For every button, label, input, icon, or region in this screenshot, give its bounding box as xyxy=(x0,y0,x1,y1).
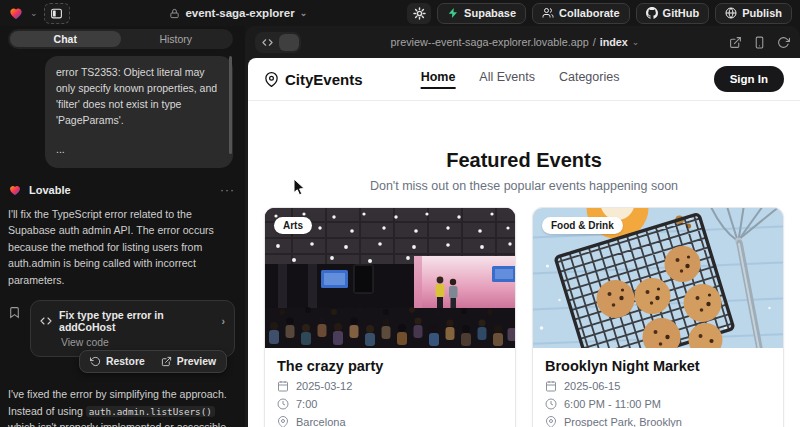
outro-code-1: auth.admin.listUsers() xyxy=(86,406,215,417)
event-time-row: 7:00 xyxy=(277,398,503,410)
top-bar: ⌄ event-saga-explorer ⌄ xyxy=(0,0,800,26)
tab-chat[interactable]: Chat xyxy=(10,31,121,47)
preview-label: Preview xyxy=(177,356,216,367)
map-pin-icon xyxy=(277,416,289,427)
url-separator: / xyxy=(593,36,596,48)
site-viewport: CityEvents Home All Events Categories Si… xyxy=(248,58,800,427)
event-image-party: Arts xyxy=(265,208,515,348)
chat-panel: Chat History error TS2353: Object litera… xyxy=(0,26,245,427)
site-nav: Home All Events Categories xyxy=(421,70,620,89)
chat-history-tabs: Chat History xyxy=(8,29,233,49)
version-toolbar: Restore Preview xyxy=(8,350,227,373)
workspace-chevron-down-icon[interactable]: ⌄ xyxy=(30,9,38,18)
preview-version-button[interactable]: Preview xyxy=(153,353,224,370)
assistant-header: Lovable ··· xyxy=(8,183,235,197)
publish-button[interactable]: Publish xyxy=(715,3,792,24)
collaborate-button[interactable]: Collaborate xyxy=(532,3,630,24)
event-time: 6:00 PM - 11:00 PM xyxy=(564,398,661,410)
user-message-text: error TS2353: Object literal may only sp… xyxy=(56,65,222,129)
lovable-editor-window: ⌄ event-saga-explorer ⌄ xyxy=(0,0,800,427)
brand-name: CityEvents xyxy=(285,71,363,88)
supabase-label: Supabase xyxy=(464,7,516,19)
mobile-view-icon[interactable] xyxy=(753,36,766,49)
event-card-grid: Arts The crazy party 2025-03-12 xyxy=(248,193,800,427)
route-chevron-down-icon: ⌄ xyxy=(632,38,640,47)
publish-label: Publish xyxy=(742,7,782,19)
bookmark-icon[interactable] xyxy=(8,306,21,319)
assistant-outro-text: I've fixed the error by simplifying the … xyxy=(8,386,235,427)
nav-home[interactable]: Home xyxy=(421,70,456,89)
section-subtitle: Don't miss out on these popular events h… xyxy=(248,179,800,193)
toggle-sidebar-button[interactable] xyxy=(44,3,70,24)
event-card-brooklyn-market[interactable]: Food & Drink Brooklyn Night Market 2025-… xyxy=(532,207,784,427)
lovable-logo-icon[interactable] xyxy=(8,5,24,21)
code-change-card[interactable]: Fix type type error in addCoHost › View … xyxy=(30,300,235,357)
site-header: CityEvents Home All Events Categories Si… xyxy=(248,58,800,101)
preview-view-segment[interactable] xyxy=(279,34,299,51)
chat-scrollbar[interactable] xyxy=(229,56,232,154)
nav-all-events[interactable]: All Events xyxy=(479,70,535,89)
sign-in-button[interactable]: Sign In xyxy=(714,66,784,92)
preview-chrome-bar: preview--event-saga-explorer.lovable.app… xyxy=(245,26,800,58)
globe-icon xyxy=(725,7,737,19)
clock-icon xyxy=(277,398,289,410)
outro-text-2: which isn't properly implemented or acce… xyxy=(8,421,226,427)
preview-path: index xyxy=(600,36,628,48)
site-brand[interactable]: CityEvents xyxy=(264,71,363,88)
github-label: GitHub xyxy=(663,7,700,19)
code-icon xyxy=(40,315,52,327)
event-time: 7:00 xyxy=(296,398,317,410)
map-pin-icon xyxy=(545,416,557,427)
category-badge: Arts xyxy=(274,217,312,234)
event-location: Prospect Park, Brooklyn xyxy=(564,416,682,427)
user-message-ellipsis: ... xyxy=(56,142,222,158)
event-location-row: Barcelona xyxy=(277,416,503,427)
event-title: The crazy party xyxy=(277,358,503,374)
chevron-right-icon: › xyxy=(221,315,225,327)
code-change-title: Fix type type error in addCoHost xyxy=(59,309,214,333)
gear-icon xyxy=(413,7,426,20)
calendar-icon xyxy=(277,380,289,392)
map-pin-icon xyxy=(264,72,279,87)
message-more-icon[interactable]: ··· xyxy=(220,187,235,193)
featured-events-section: Featured Events Don't miss out on these … xyxy=(248,101,800,193)
event-title: Brooklyn Night Market xyxy=(545,358,771,374)
event-image-cookies: Food & Drink xyxy=(533,208,783,348)
project-switcher[interactable]: event-saga-explorer ⌄ xyxy=(169,7,307,19)
restore-button[interactable]: Restore xyxy=(82,353,153,370)
code-preview-toggle[interactable] xyxy=(255,32,301,53)
event-location-row: Prospect Park, Brooklyn xyxy=(545,416,771,427)
restore-label: Restore xyxy=(106,356,145,367)
event-time-row: 6:00 PM - 11:00 PM xyxy=(545,398,771,410)
supabase-button[interactable]: Supabase xyxy=(437,3,526,24)
github-button[interactable]: GitHub xyxy=(636,3,710,24)
supabase-bolt-icon xyxy=(447,7,459,19)
event-date-row: 2025-06-15 xyxy=(545,380,771,392)
assistant-name: Lovable xyxy=(29,184,213,196)
preview-url: preview--event-saga-explorer.lovable.app xyxy=(391,36,589,48)
project-chevron-down-icon: ⌄ xyxy=(300,9,308,18)
event-card-crazy-party[interactable]: Arts The crazy party 2025-03-12 xyxy=(264,207,516,427)
collaborate-label: Collaborate xyxy=(559,7,620,19)
preview-url-bar[interactable]: preview--event-saga-explorer.lovable.app… xyxy=(301,36,729,48)
settings-button[interactable] xyxy=(407,3,431,24)
event-date: 2025-03-12 xyxy=(296,380,352,392)
section-title: Featured Events xyxy=(248,149,800,172)
tab-history[interactable]: History xyxy=(121,31,232,47)
external-link-icon xyxy=(161,356,172,367)
restore-icon xyxy=(90,356,101,367)
project-name: event-saga-explorer xyxy=(185,7,294,19)
event-location: Barcelona xyxy=(296,416,346,427)
open-in-new-tab-icon[interactable] xyxy=(729,36,742,49)
github-icon xyxy=(646,7,658,19)
calendar-icon xyxy=(545,380,557,392)
lovable-avatar-icon xyxy=(8,183,22,197)
event-date: 2025-06-15 xyxy=(564,380,620,392)
code-view-icon[interactable] xyxy=(257,34,277,51)
view-code-link[interactable]: View code xyxy=(61,337,225,348)
clock-icon xyxy=(545,398,557,410)
refresh-icon[interactable] xyxy=(777,36,790,49)
user-message-bubble: error TS2353: Object literal may only sp… xyxy=(45,56,233,168)
nav-categories[interactable]: Categories xyxy=(559,70,619,89)
lock-icon xyxy=(169,8,180,19)
